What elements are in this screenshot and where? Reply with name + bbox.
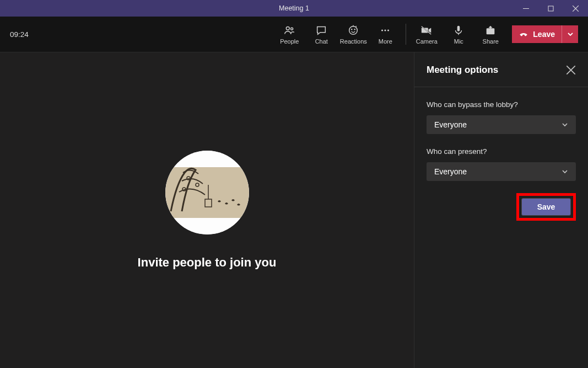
- chevron-down-icon: [562, 168, 568, 175]
- minimize-icon: [523, 6, 529, 12]
- svg-point-7: [352, 29, 352, 29]
- lobby-value: Everyone: [434, 120, 467, 129]
- panel-title: Meeting options: [427, 65, 498, 76]
- meeting-toolbar: 09:24 People Chat Reactions: [0, 17, 588, 52]
- meeting-timer: 09:24: [10, 30, 29, 39]
- svg-point-6: [349, 26, 358, 34]
- window-controls: [514, 0, 588, 17]
- share-label: Share: [483, 38, 499, 45]
- chat-button[interactable]: Chat: [305, 18, 337, 51]
- present-select[interactable]: Everyone: [427, 162, 576, 181]
- close-window-button[interactable]: [563, 0, 588, 17]
- content-area: Invite people to join you Meeting option…: [0, 52, 588, 368]
- more-button[interactable]: More: [369, 18, 401, 51]
- meeting-options-panel: Meeting options Who can bypass the lobby…: [414, 52, 588, 368]
- invite-text: Invite people to join you: [138, 255, 277, 270]
- maximize-icon: [548, 6, 554, 12]
- people-button[interactable]: People: [273, 18, 305, 51]
- minimize-button[interactable]: [514, 0, 538, 17]
- svg-point-10: [385, 29, 386, 31]
- svg-rect-18: [165, 151, 249, 167]
- lobby-select[interactable]: Everyone: [427, 115, 576, 134]
- share-icon: [484, 24, 497, 36]
- chat-icon: [315, 24, 327, 36]
- lobby-label: Who can bypass the lobby?: [427, 100, 576, 109]
- svg-rect-1: [548, 6, 553, 11]
- leave-button-group: Leave: [512, 25, 578, 43]
- save-label: Save: [537, 202, 555, 211]
- save-button[interactable]: Save: [521, 198, 571, 216]
- camera-label: Camera: [416, 38, 438, 45]
- maximize-button[interactable]: [538, 0, 563, 17]
- avatar-image: [165, 151, 249, 234]
- app-window: Meeting 1 09:24 People: [0, 0, 588, 368]
- svg-point-5: [291, 28, 293, 30]
- close-icon: [566, 65, 576, 75]
- mic-button[interactable]: Mic: [443, 18, 474, 51]
- svg-point-11: [387, 29, 389, 31]
- svg-point-8: [354, 29, 355, 29]
- panel-header: Meeting options: [414, 52, 588, 87]
- chevron-down-icon: [562, 121, 568, 128]
- svg-rect-20: [165, 218, 249, 234]
- reactions-label: Reactions: [340, 38, 367, 45]
- chat-label: Chat: [315, 38, 328, 45]
- mic-icon: [452, 24, 465, 36]
- meeting-stage: Invite people to join you: [0, 52, 414, 368]
- present-value: Everyone: [434, 167, 467, 176]
- reactions-icon: [347, 24, 359, 36]
- svg-rect-14: [457, 25, 460, 31]
- share-button[interactable]: Share: [474, 18, 506, 51]
- hangup-icon: [519, 29, 528, 39]
- mic-label: Mic: [454, 38, 463, 45]
- camera-button[interactable]: Camera: [411, 18, 443, 51]
- svg-point-9: [381, 29, 383, 31]
- close-icon: [573, 6, 579, 12]
- camera-off-icon: [420, 24, 433, 36]
- reactions-button[interactable]: Reactions: [337, 18, 369, 51]
- panel-close-button[interactable]: [566, 65, 576, 75]
- leave-caret-button[interactable]: [562, 25, 578, 43]
- svg-point-4: [287, 26, 290, 30]
- panel-body: Who can bypass the lobby? Everyone Who c…: [414, 87, 588, 231]
- svg-rect-19: [165, 167, 249, 218]
- titlebar: Meeting 1: [0, 0, 588, 17]
- toolbar-separator: [406, 24, 406, 45]
- more-label: More: [379, 38, 392, 45]
- window-title: Meeting 1: [279, 4, 309, 12]
- more-icon: [379, 24, 391, 36]
- leave-button[interactable]: Leave: [512, 25, 562, 43]
- save-highlight-box: Save: [516, 193, 576, 221]
- people-icon: [283, 24, 295, 36]
- chevron-down-icon: [567, 31, 574, 38]
- leave-label: Leave: [533, 30, 555, 39]
- people-label: People: [280, 38, 299, 45]
- user-avatar: [165, 151, 249, 234]
- present-label: Who can present?: [427, 147, 576, 156]
